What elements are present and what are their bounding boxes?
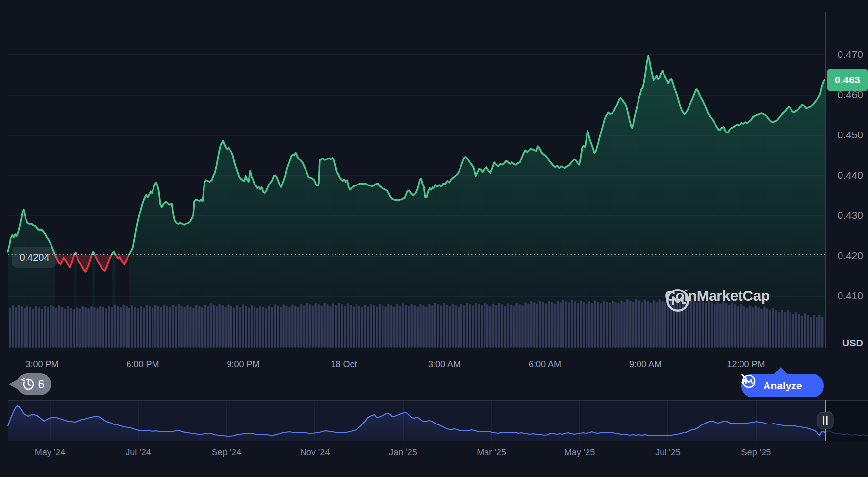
- analyze-tooltip-pointer: [774, 367, 788, 374]
- y-axis-label: 0.460: [837, 89, 863, 101]
- x-axis-label: 9:00 AM: [629, 359, 662, 370]
- x-axis-label: 6:00 AM: [529, 359, 561, 370]
- analyze-label: Analyze: [763, 380, 802, 392]
- y-axis-label: 0.470: [837, 49, 863, 60]
- month-axis-label: Jan '25: [389, 448, 417, 458]
- month-axis-label: Nov '24: [300, 448, 330, 458]
- brush-handle[interactable]: [817, 412, 833, 429]
- currency-unit-label: USD: [842, 338, 863, 349]
- month-axis-label: May '25: [564, 448, 595, 458]
- open-price-label: 0.4204: [12, 247, 57, 268]
- coinmarketcap-logo-icon: [665, 288, 690, 313]
- timeline-brush-chart[interactable]: [0, 0, 868, 477]
- analyze-button[interactable]: Analyze: [741, 374, 824, 398]
- x-axis-label: 12:00 PM: [727, 359, 765, 370]
- month-axis-label: Jul '25: [655, 448, 680, 458]
- month-axis-label: May '24: [35, 448, 65, 458]
- history-count: 6: [38, 378, 45, 391]
- x-axis-label: 9:00 PM: [227, 359, 259, 370]
- y-axis-label: 0.410: [837, 290, 863, 302]
- y-axis-label: 0.430: [837, 210, 863, 221]
- y-axis-label: 0.450: [837, 129, 863, 141]
- current-price-badge: 0.463: [827, 69, 868, 91]
- month-axis-label: Sep '24: [212, 448, 242, 458]
- history-badge[interactable]: 6: [8, 372, 53, 397]
- chevron-right-icon: [741, 374, 747, 384]
- month-axis-label: Jul '24: [126, 448, 151, 458]
- x-axis-label: 3:00 PM: [26, 359, 58, 370]
- month-axis-label: Mar '25: [477, 448, 506, 458]
- x-axis-label: 18 Oct: [331, 359, 357, 370]
- chart-panel: 0.4204 0.463 USD CoinMarketCap 6 Analyze: [0, 0, 868, 477]
- x-axis-label: 3:00 AM: [428, 359, 460, 370]
- month-axis-label: Sep '25: [741, 448, 771, 458]
- y-axis-label: 0.440: [837, 169, 863, 181]
- x-axis-label: 6:00 PM: [126, 359, 159, 370]
- watermark: CoinMarketCap: [665, 288, 770, 304]
- y-axis-label: 0.420: [837, 250, 863, 262]
